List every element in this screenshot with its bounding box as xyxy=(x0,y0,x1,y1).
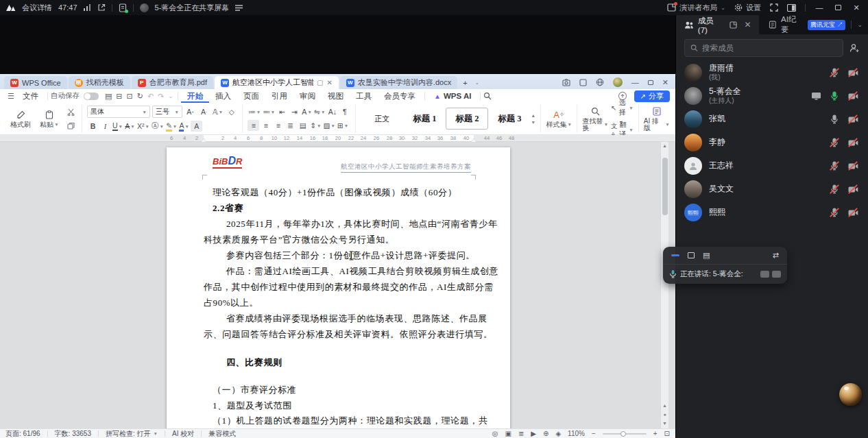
distribute-button[interactable]: ▤ xyxy=(297,120,309,131)
close-panel-icon[interactable]: ✕ xyxy=(744,20,751,29)
phonetic-guide-button[interactable]: Ⓐ▼ xyxy=(151,121,165,132)
increase-font-icon[interactable]: A+ xyxy=(184,106,196,117)
wps-restore-icon[interactable] xyxy=(648,78,653,86)
pin-tab-icon[interactable]: ▢ xyxy=(317,79,323,86)
account-avatar[interactable] xyxy=(613,77,623,87)
mic-muted-icon[interactable] xyxy=(829,137,840,148)
ai-proofread[interactable]: AI 校对 xyxy=(172,429,194,438)
text-direction-button[interactable]: ⇋▼ xyxy=(313,106,326,117)
camera-off-icon[interactable] xyxy=(847,137,858,148)
assistant-floating-ball[interactable] xyxy=(839,383,862,406)
fit-page-icon[interactable]: ⊡ xyxy=(664,430,670,437)
align-center-button[interactable]: ≡ xyxy=(260,120,272,131)
capture-icon[interactable] xyxy=(562,79,570,86)
char-shading-button[interactable]: A xyxy=(191,121,202,132)
camera-off-icon[interactable] xyxy=(847,67,858,78)
align-right-button[interactable]: ≡ xyxy=(272,120,284,131)
menu-insert[interactable]: 插入 xyxy=(209,89,237,103)
align-left-button[interactable]: ≡ xyxy=(248,120,259,131)
yuanbao-badge[interactable]: 腾讯元宝 ↗ xyxy=(808,20,846,30)
text-effects-icon[interactable]: 𝔸▼ xyxy=(212,106,224,117)
vertical-scrollbar[interactable]: ▲ ▲ ● ▼ xyxy=(660,142,668,428)
styles-down-icon[interactable]: ▼ xyxy=(531,120,535,125)
font-size-select[interactable]: 三号▼ xyxy=(152,106,182,118)
wps-minimize-icon[interactable]: — xyxy=(631,78,639,86)
history-chevron-icon[interactable]: ⌄ xyxy=(166,93,175,99)
highlight-color-button[interactable]: ✎▼ xyxy=(165,121,178,132)
screen-sharing-icon[interactable] xyxy=(810,90,821,101)
camera-off-icon[interactable] xyxy=(847,160,858,171)
member-row[interactable]: 王志祥 xyxy=(676,154,868,178)
open-external-icon[interactable] xyxy=(97,3,106,12)
style-heading2[interactable]: 标题 2 xyxy=(446,108,488,130)
settings-button[interactable]: 设置 xyxy=(734,3,761,13)
strikethrough-button[interactable]: A▼ xyxy=(124,121,136,132)
next-page-icon[interactable]: ▼ xyxy=(662,421,667,426)
mic-muted-icon[interactable] xyxy=(829,184,840,195)
member-row[interactable]: 唐雨倩(我) xyxy=(676,61,868,84)
word-count[interactable]: 字数: 33653 xyxy=(55,429,91,438)
find-replace-button[interactable]: 查找替换▼ xyxy=(582,104,608,133)
style-heading3[interactable]: 标题 3 xyxy=(488,108,531,130)
minimize-icon[interactable]: — xyxy=(815,3,824,12)
fullscreen-icon[interactable] xyxy=(770,3,778,12)
collapse-dash-icon[interactable] xyxy=(671,254,679,256)
edit-pen-icon[interactable]: ◈ xyxy=(555,430,561,437)
meeting-details-button[interactable]: 会议详情 xyxy=(22,3,52,13)
zoom-in-icon[interactable]: + xyxy=(653,430,658,437)
maximize-icon[interactable] xyxy=(833,3,843,12)
camera-off-icon[interactable] xyxy=(847,90,858,101)
mini-thumb-icon[interactable] xyxy=(760,271,769,278)
member-row[interactable]: 5-蒋会全(主持人) xyxy=(676,84,868,108)
copy-icon[interactable] xyxy=(65,120,77,131)
tab-docer-templates[interactable]: 稻 找稻壳模板 xyxy=(69,76,130,89)
workspace-icon[interactable] xyxy=(579,79,587,86)
list-icon[interactable] xyxy=(235,5,243,11)
bold-button[interactable]: B xyxy=(87,121,99,132)
scroll-up-icon[interactable]: ▲ xyxy=(662,143,667,148)
document-page[interactable]: BiBDR 航空港区中小学人工智能师生素养培养方案 理论客观题（40分）+1份作… xyxy=(167,147,510,428)
play-icon[interactable]: ▶ xyxy=(531,430,536,437)
member-search-box[interactable] xyxy=(684,39,843,57)
zoom-knob[interactable] xyxy=(620,431,626,437)
camera-off-icon[interactable] xyxy=(847,184,858,195)
char-scale-button[interactable]: A▼ xyxy=(301,106,313,117)
bullet-list-button[interactable]: ≔▼ xyxy=(248,106,261,117)
wps-close-icon[interactable]: ✕ xyxy=(662,78,668,87)
popout-panel-icon[interactable] xyxy=(730,21,737,29)
decrease-font-icon[interactable]: A- xyxy=(198,106,210,117)
font-name-select[interactable]: 黑体▼ xyxy=(87,106,150,118)
numbered-list-button[interactable]: ≕▼ xyxy=(262,106,276,117)
camera-off-icon[interactable] xyxy=(847,207,858,218)
new-tab-button[interactable]: + xyxy=(459,76,471,89)
ai-typeset-button[interactable]: AI 排版▼ xyxy=(644,104,670,133)
menu-home[interactable]: 开始 xyxy=(181,89,209,103)
underline-button[interactable]: U▼ xyxy=(112,121,123,132)
page-view-icon[interactable]: ≣ xyxy=(518,430,524,437)
sort-icon[interactable]: A↓ xyxy=(326,106,338,117)
font-color-button[interactable]: A▼ xyxy=(178,121,190,132)
borders-button[interactable]: ⊞▼ xyxy=(337,120,349,131)
tab-ai-notes[interactable]: AI纪要 腾讯元宝 ↗ xyxy=(759,15,851,34)
scrollbar-thumb[interactable] xyxy=(662,158,668,215)
member-search-input[interactable] xyxy=(702,44,837,52)
export-icon[interactable]: ⊟ xyxy=(114,92,124,101)
autosave-toggle[interactable] xyxy=(84,93,99,100)
add-member-icon[interactable] xyxy=(849,42,860,53)
layout-switch-button[interactable]: 演讲者布局 ⌄ xyxy=(667,3,725,13)
zoom-level[interactable]: 110% xyxy=(568,430,585,437)
menu-wps-ai[interactable]: ▲ WPS AI xyxy=(428,89,477,103)
menu-review[interactable]: 审阅 xyxy=(293,89,322,103)
mic-muted-icon[interactable] xyxy=(829,207,840,218)
read-mode-icon[interactable]: ▣ xyxy=(505,430,511,437)
globe-icon[interactable] xyxy=(596,78,604,86)
style-set-button[interactable]: A✧ 样式集▼ xyxy=(546,104,572,133)
style-heading1[interactable]: 标题 1 xyxy=(403,108,446,130)
menu-view[interactable]: 视图 xyxy=(322,89,350,103)
locate-icon[interactable]: ⊕ xyxy=(543,430,548,437)
decrease-indent-icon[interactable]: ⇤ xyxy=(276,106,288,117)
superscript-button[interactable]: X²▼ xyxy=(136,121,150,132)
show-marks-icon[interactable]: ¶ xyxy=(339,106,350,117)
speaking-floater[interactable]: ▤ ⇄ 正在讲话: 5-蒋会全: xyxy=(663,247,787,284)
menu-page[interactable]: 页面 xyxy=(237,89,265,103)
